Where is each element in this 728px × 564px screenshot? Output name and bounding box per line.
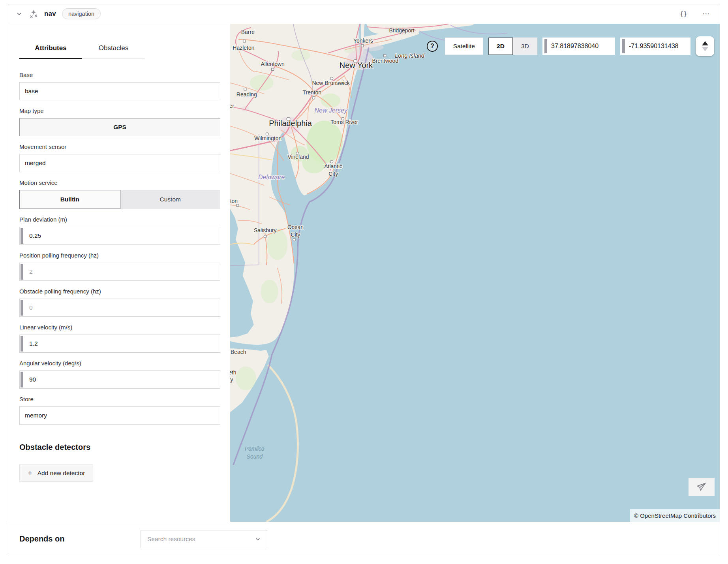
resource-card: nav navigation {} ⋯ Attributes Obstacles… [8, 4, 720, 556]
movement-sensor-input[interactable] [19, 154, 220, 172]
svg-text:Reading: Reading [236, 91, 257, 98]
resource-name: nav [44, 10, 56, 18]
obstacle-detectors-heading: Obstacle detectors [19, 443, 220, 452]
add-detector-label: Add new detector [38, 470, 85, 477]
base-input[interactable] [19, 82, 220, 100]
latitude-field [542, 38, 615, 55]
plan-deviation-field [19, 227, 220, 245]
longitude-drag-handle[interactable] [622, 39, 625, 53]
overflow-menu-icon[interactable]: ⋯ [702, 9, 710, 18]
collapse-chevron-icon[interactable] [16, 11, 22, 17]
search-resources-placeholder: Search resources [147, 536, 195, 543]
plus-icon: + [28, 469, 32, 477]
map-type-gps-button[interactable]: GPS [19, 118, 220, 136]
motion-service-custom-option[interactable]: Custom [120, 190, 221, 209]
satellite-toggle-button[interactable]: Satellite [445, 38, 483, 55]
json-mode-icon[interactable]: {} [680, 10, 687, 17]
linear-velocity-input[interactable] [19, 335, 220, 353]
store-label: Store [19, 396, 220, 402]
svg-text:Atlantic: Atlantic [324, 163, 342, 169]
center-map-button[interactable] [689, 478, 715, 496]
position-polling-field [19, 263, 220, 281]
longitude-field [620, 38, 690, 55]
linear-velocity-field [19, 335, 220, 353]
map-attribution: © OpenStreetMap Contributors [630, 509, 720, 522]
longitude-input[interactable] [629, 43, 687, 50]
latitude-drag-handle[interactable] [544, 39, 547, 53]
add-detector-button[interactable]: + Add new detector [19, 464, 93, 482]
svg-text:City: City [291, 231, 300, 238]
map-container[interactable]: BarreHazletonAllentownReadingterYonkersB… [230, 24, 720, 522]
base-label: Base [19, 71, 220, 78]
svg-text:Pamlico: Pamlico [245, 446, 265, 452]
svg-text:ty: ty [230, 376, 233, 383]
svg-text:Allentown: Allentown [261, 61, 284, 67]
svg-text:ginia Beach: ginia Beach [230, 349, 246, 355]
position-polling-label: Position polling frequency (hz) [19, 252, 220, 259]
linear-velocity-label: Linear velocity (m/s) [19, 324, 220, 331]
svg-text:aston: aston [230, 198, 238, 204]
svg-text:Brentwood: Brentwood [372, 58, 398, 64]
svg-text:Barre: Barre [241, 29, 255, 35]
latitude-input[interactable] [551, 43, 611, 50]
mode-3d-button[interactable]: 3D [513, 38, 537, 55]
motion-service-label: Motion service [19, 179, 220, 186]
service-sparkle-icon [28, 9, 39, 19]
map-canvas[interactable]: BarreHazletonAllentownReadingterYonkersB… [230, 24, 720, 522]
zoom-in-arrow-icon[interactable] [702, 41, 708, 45]
svg-text:Philadelphia: Philadelphia [269, 119, 312, 128]
svg-text:Yonkers: Yonkers [353, 38, 373, 44]
svg-text:Hazleton: Hazleton [233, 45, 254, 51]
angular-velocity-input[interactable] [19, 370, 220, 389]
zoom-stepper[interactable] [696, 36, 714, 56]
chevron-down-icon [255, 536, 261, 542]
svg-text:Salisbury: Salisbury [254, 227, 276, 233]
svg-text:New York: New York [340, 61, 373, 70]
mode-2d-button[interactable]: 2D [488, 38, 513, 55]
resource-type-badge: navigation [62, 8, 101, 19]
tab-attributes[interactable]: Attributes [19, 44, 82, 59]
position-polling-input[interactable] [19, 263, 220, 281]
plan-deviation-label: Plan deviation (m) [19, 216, 220, 223]
help-icon[interactable]: ? [427, 41, 438, 52]
card-header: nav navigation {} ⋯ [8, 4, 720, 23]
svg-text:ter: ter [230, 103, 234, 109]
tab-obstacles[interactable]: Obstacles [82, 44, 145, 59]
obstacle-polling-label: Obstacle polling frequency (hz) [19, 288, 220, 295]
svg-text:Vineland: Vineland [287, 154, 309, 160]
attributes-form: Attributes Obstacles Base Map type GPS M… [8, 24, 230, 522]
svg-text:Toms River: Toms River [330, 119, 358, 125]
svg-text:beth: beth [230, 369, 236, 376]
obstacle-polling-field [19, 299, 220, 317]
svg-text:Trenton: Trenton [303, 89, 322, 96]
depends-on-bar: Depends on Search resources [8, 522, 720, 556]
svg-text:New Brunswick: New Brunswick [312, 80, 350, 86]
svg-text:Bridgeport: Bridgeport [389, 27, 414, 34]
svg-text:Delaware: Delaware [258, 174, 285, 180]
search-resources-select[interactable]: Search resources [141, 530, 267, 548]
obstacle-polling-input[interactable] [19, 299, 220, 317]
movement-sensor-label: Movement sensor [19, 143, 220, 150]
depends-on-label: Depends on [19, 534, 64, 543]
svg-text:Sound: Sound [247, 453, 263, 460]
store-input[interactable] [19, 406, 220, 425]
map-type-label: Map type [19, 107, 220, 114]
svg-text:New Jersey: New Jersey [315, 107, 348, 114]
tab-bar: Attributes Obstacles [19, 44, 220, 59]
map-dimension-toggle: 2D 3D [488, 38, 537, 55]
svg-text:Wilmington: Wilmington [254, 135, 281, 141]
svg-text:Ocean: Ocean [287, 224, 304, 230]
motion-service-segmented: Builtin Custom [19, 190, 220, 209]
svg-text:Long Island: Long Island [395, 53, 425, 59]
map-controls: ? Satellite 2D 3D [427, 36, 714, 56]
navigation-arrow-icon [696, 482, 707, 492]
svg-text:City: City [328, 171, 338, 177]
zoom-out-arrow-icon[interactable] [702, 47, 708, 51]
plan-deviation-input[interactable] [19, 227, 220, 245]
motion-service-builtin-option[interactable]: Builtin [19, 190, 120, 209]
angular-velocity-field [19, 370, 220, 389]
angular-velocity-label: Angular velocity (deg/s) [19, 360, 220, 367]
